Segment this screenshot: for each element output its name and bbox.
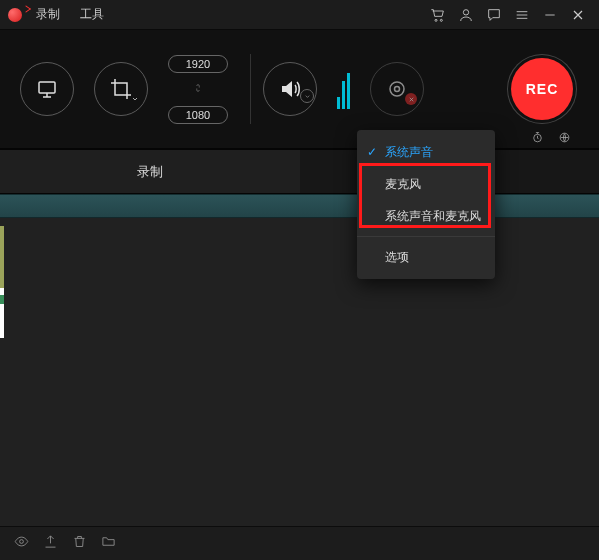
svg-point-1 (440, 19, 442, 21)
webcam-button[interactable] (370, 62, 424, 116)
hamburger-icon[interactable] (511, 4, 533, 26)
settings-icon[interactable] (558, 130, 571, 148)
resolution-height-pill[interactable]: 1080 (168, 106, 228, 124)
dropdown-item-options[interactable]: 选项 (357, 241, 495, 273)
disabled-badge-icon (405, 93, 417, 105)
svg-point-5 (395, 87, 400, 92)
resolution-group: 1920 1080 (168, 55, 228, 124)
user-icon[interactable] (455, 4, 477, 26)
schedule-icon[interactable] (531, 130, 544, 148)
close-icon[interactable] (567, 4, 589, 26)
audio-source-button[interactable] (263, 62, 317, 116)
recordings-list (0, 194, 599, 526)
dropdown-separator (357, 236, 495, 237)
list-item[interactable] (0, 194, 599, 218)
audio-source-dropdown: 系统声音 麦克风 系统声音和麦克风 选项 (357, 130, 495, 279)
toolbar: 1920 1080 REC (0, 30, 599, 150)
minimize-icon[interactable] (539, 4, 561, 26)
chat-icon[interactable] (483, 4, 505, 26)
svg-point-2 (463, 9, 468, 14)
upload-icon[interactable] (43, 534, 58, 553)
audio-level-indicator (337, 69, 350, 109)
dropdown-item-microphone[interactable]: 麦克风 (357, 168, 495, 200)
record-button[interactable]: REC (511, 58, 573, 120)
capture-screen-button[interactable] (20, 62, 74, 116)
tab-bar: 录制 (0, 150, 599, 194)
eye-icon[interactable] (14, 534, 29, 553)
chevron-down-icon (300, 89, 314, 103)
footer (0, 526, 599, 560)
background-edge (0, 226, 4, 338)
svg-point-4 (390, 82, 404, 96)
folder-icon[interactable] (101, 534, 116, 553)
dropdown-item-system-sound[interactable]: 系统声音 (357, 136, 495, 168)
crop-region-button[interactable] (94, 62, 148, 116)
dropdown-item-both[interactable]: 系统声音和麦克风 (357, 200, 495, 232)
divider (250, 54, 251, 124)
trash-icon[interactable] (72, 534, 87, 553)
svg-point-0 (435, 19, 437, 21)
record-sub-icons (531, 130, 571, 148)
link-icon[interactable] (193, 81, 203, 98)
svg-point-8 (20, 540, 24, 544)
menu-tools[interactable]: 工具 (80, 6, 104, 23)
resolution-width-pill[interactable]: 1920 (168, 55, 228, 73)
cart-icon[interactable] (427, 4, 449, 26)
titlebar: 录制 工具 (0, 0, 599, 30)
tab-record[interactable]: 录制 (0, 150, 300, 193)
svg-rect-3 (39, 82, 55, 93)
app-record-icon (8, 8, 22, 22)
menu-record[interactable]: 录制 (36, 6, 60, 23)
